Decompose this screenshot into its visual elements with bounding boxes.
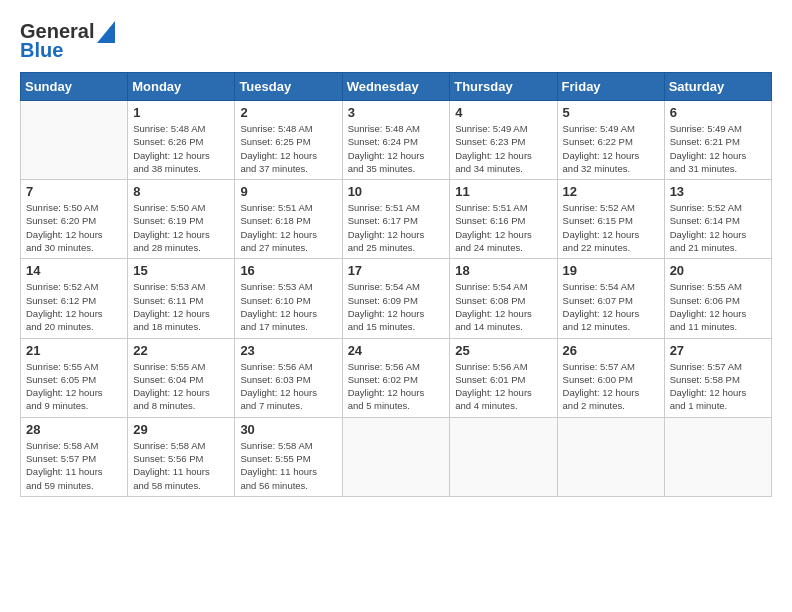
calendar-week-row: 14Sunrise: 5:52 AM Sunset: 6:12 PM Dayli… [21,259,772,338]
weekday-header: Wednesday [342,73,450,101]
day-info: Sunrise: 5:49 AM Sunset: 6:22 PM Dayligh… [563,122,659,175]
day-info: Sunrise: 5:53 AM Sunset: 6:10 PM Dayligh… [240,280,336,333]
calendar-cell: 4Sunrise: 5:49 AM Sunset: 6:23 PM Daylig… [450,101,557,180]
day-number: 2 [240,105,336,120]
day-info: Sunrise: 5:55 AM Sunset: 6:04 PM Dayligh… [133,360,229,413]
day-info: Sunrise: 5:55 AM Sunset: 6:05 PM Dayligh… [26,360,122,413]
weekday-header: Friday [557,73,664,101]
day-number: 8 [133,184,229,199]
day-number: 17 [348,263,445,278]
weekday-header: Tuesday [235,73,342,101]
calendar-cell: 9Sunrise: 5:51 AM Sunset: 6:18 PM Daylig… [235,180,342,259]
day-number: 4 [455,105,551,120]
day-number: 1 [133,105,229,120]
calendar-week-row: 28Sunrise: 5:58 AM Sunset: 5:57 PM Dayli… [21,417,772,496]
day-number: 14 [26,263,122,278]
day-number: 19 [563,263,659,278]
day-info: Sunrise: 5:52 AM Sunset: 6:12 PM Dayligh… [26,280,122,333]
day-number: 18 [455,263,551,278]
weekday-header: Thursday [450,73,557,101]
day-number: 28 [26,422,122,437]
day-number: 3 [348,105,445,120]
calendar-week-row: 7Sunrise: 5:50 AM Sunset: 6:20 PM Daylig… [21,180,772,259]
calendar-cell: 25Sunrise: 5:56 AM Sunset: 6:01 PM Dayli… [450,338,557,417]
day-number: 26 [563,343,659,358]
day-info: Sunrise: 5:54 AM Sunset: 6:07 PM Dayligh… [563,280,659,333]
day-number: 29 [133,422,229,437]
weekday-header: Saturday [664,73,771,101]
calendar-cell [450,417,557,496]
logo: General Blue [20,20,115,62]
day-info: Sunrise: 5:52 AM Sunset: 6:14 PM Dayligh… [670,201,766,254]
day-info: Sunrise: 5:56 AM Sunset: 6:03 PM Dayligh… [240,360,336,413]
day-number: 25 [455,343,551,358]
calendar-cell: 5Sunrise: 5:49 AM Sunset: 6:22 PM Daylig… [557,101,664,180]
calendar-cell: 27Sunrise: 5:57 AM Sunset: 5:58 PM Dayli… [664,338,771,417]
calendar-cell: 8Sunrise: 5:50 AM Sunset: 6:19 PM Daylig… [128,180,235,259]
calendar-cell: 12Sunrise: 5:52 AM Sunset: 6:15 PM Dayli… [557,180,664,259]
day-number: 16 [240,263,336,278]
day-number: 13 [670,184,766,199]
day-number: 30 [240,422,336,437]
calendar-cell: 17Sunrise: 5:54 AM Sunset: 6:09 PM Dayli… [342,259,450,338]
day-number: 21 [26,343,122,358]
day-info: Sunrise: 5:58 AM Sunset: 5:56 PM Dayligh… [133,439,229,492]
calendar-header-row: SundayMondayTuesdayWednesdayThursdayFrid… [21,73,772,101]
calendar-cell [557,417,664,496]
page-header: General Blue [20,20,772,62]
day-info: Sunrise: 5:58 AM Sunset: 5:57 PM Dayligh… [26,439,122,492]
day-info: Sunrise: 5:50 AM Sunset: 6:19 PM Dayligh… [133,201,229,254]
calendar-week-row: 1Sunrise: 5:48 AM Sunset: 6:26 PM Daylig… [21,101,772,180]
calendar-cell: 19Sunrise: 5:54 AM Sunset: 6:07 PM Dayli… [557,259,664,338]
day-number: 27 [670,343,766,358]
calendar-cell: 24Sunrise: 5:56 AM Sunset: 6:02 PM Dayli… [342,338,450,417]
day-info: Sunrise: 5:48 AM Sunset: 6:25 PM Dayligh… [240,122,336,175]
day-number: 9 [240,184,336,199]
day-info: Sunrise: 5:57 AM Sunset: 5:58 PM Dayligh… [670,360,766,413]
calendar-cell [21,101,128,180]
day-number: 5 [563,105,659,120]
day-info: Sunrise: 5:51 AM Sunset: 6:16 PM Dayligh… [455,201,551,254]
calendar-week-row: 21Sunrise: 5:55 AM Sunset: 6:05 PM Dayli… [21,338,772,417]
calendar-cell [664,417,771,496]
weekday-header: Sunday [21,73,128,101]
calendar-cell: 16Sunrise: 5:53 AM Sunset: 6:10 PM Dayli… [235,259,342,338]
day-number: 20 [670,263,766,278]
calendar-cell: 26Sunrise: 5:57 AM Sunset: 6:00 PM Dayli… [557,338,664,417]
day-info: Sunrise: 5:54 AM Sunset: 6:08 PM Dayligh… [455,280,551,333]
day-info: Sunrise: 5:50 AM Sunset: 6:20 PM Dayligh… [26,201,122,254]
day-info: Sunrise: 5:52 AM Sunset: 6:15 PM Dayligh… [563,201,659,254]
day-number: 15 [133,263,229,278]
day-info: Sunrise: 5:48 AM Sunset: 6:24 PM Dayligh… [348,122,445,175]
weekday-header: Monday [128,73,235,101]
day-number: 23 [240,343,336,358]
calendar-cell: 2Sunrise: 5:48 AM Sunset: 6:25 PM Daylig… [235,101,342,180]
day-info: Sunrise: 5:56 AM Sunset: 6:02 PM Dayligh… [348,360,445,413]
day-info: Sunrise: 5:56 AM Sunset: 6:01 PM Dayligh… [455,360,551,413]
day-number: 22 [133,343,229,358]
calendar-cell: 28Sunrise: 5:58 AM Sunset: 5:57 PM Dayli… [21,417,128,496]
day-info: Sunrise: 5:49 AM Sunset: 6:21 PM Dayligh… [670,122,766,175]
day-info: Sunrise: 5:49 AM Sunset: 6:23 PM Dayligh… [455,122,551,175]
calendar-cell: 23Sunrise: 5:56 AM Sunset: 6:03 PM Dayli… [235,338,342,417]
calendar-cell: 21Sunrise: 5:55 AM Sunset: 6:05 PM Dayli… [21,338,128,417]
day-number: 10 [348,184,445,199]
calendar-cell: 29Sunrise: 5:58 AM Sunset: 5:56 PM Dayli… [128,417,235,496]
day-info: Sunrise: 5:51 AM Sunset: 6:18 PM Dayligh… [240,201,336,254]
calendar-cell: 13Sunrise: 5:52 AM Sunset: 6:14 PM Dayli… [664,180,771,259]
calendar-cell: 11Sunrise: 5:51 AM Sunset: 6:16 PM Dayli… [450,180,557,259]
calendar-cell: 20Sunrise: 5:55 AM Sunset: 6:06 PM Dayli… [664,259,771,338]
calendar-cell: 3Sunrise: 5:48 AM Sunset: 6:24 PM Daylig… [342,101,450,180]
logo-blue: Blue [20,39,115,62]
calendar-cell: 7Sunrise: 5:50 AM Sunset: 6:20 PM Daylig… [21,180,128,259]
calendar-table: SundayMondayTuesdayWednesdayThursdayFrid… [20,72,772,497]
day-number: 6 [670,105,766,120]
day-info: Sunrise: 5:58 AM Sunset: 5:55 PM Dayligh… [240,439,336,492]
day-info: Sunrise: 5:53 AM Sunset: 6:11 PM Dayligh… [133,280,229,333]
calendar-cell [342,417,450,496]
calendar-cell: 10Sunrise: 5:51 AM Sunset: 6:17 PM Dayli… [342,180,450,259]
calendar-cell: 18Sunrise: 5:54 AM Sunset: 6:08 PM Dayli… [450,259,557,338]
calendar-cell: 14Sunrise: 5:52 AM Sunset: 6:12 PM Dayli… [21,259,128,338]
day-info: Sunrise: 5:48 AM Sunset: 6:26 PM Dayligh… [133,122,229,175]
day-number: 12 [563,184,659,199]
